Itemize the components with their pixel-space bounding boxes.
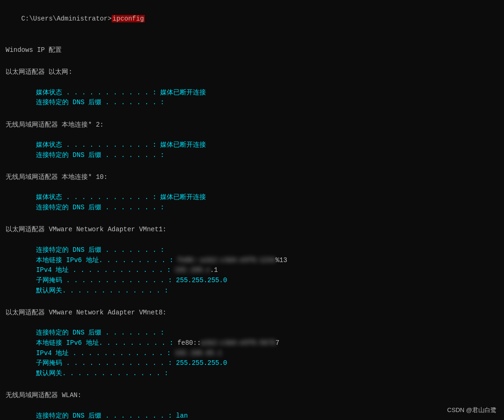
wlan-dns: 连接特定的 DNS 后缀 . . . . . . . . : lan bbox=[24, 411, 498, 420]
command-highlight: ipconfig bbox=[112, 15, 145, 22]
vmnet1-ipv6: 本地链接 IPv6 地址. . . . . . . . . : fe80::a1… bbox=[24, 256, 498, 266]
vmnet1-ipv4: IPv4 地址 . . . . . . . . . . . . : 192.16… bbox=[24, 265, 498, 276]
eth-dns: 连接特定的 DNS 后缀 . . . . . . . : bbox=[24, 98, 498, 108]
vmnet1-dns: 连接特定的 DNS 后缀 . . . . . . . : bbox=[24, 245, 498, 256]
prompt-text: C:\Users\Administrator> bbox=[21, 15, 112, 22]
vmnet8-gateway: 默认网关. . . . . . . . . . . . . : bbox=[24, 369, 498, 379]
watermark: CSDN @君山白鹭 bbox=[447, 406, 497, 414]
wlan10-media: 媒体状态 . . . . . . . . . . . : 媒体已断开连接 bbox=[24, 192, 498, 203]
eth-media: 媒体状态 . . . . . . . . . . . : 媒体已断开连接 bbox=[24, 88, 498, 98]
vmnet8-ipv6: 本地链接 IPv6 地址. . . . . . . . . : fe80::a1… bbox=[24, 338, 498, 349]
section-wlan10: 无线局域网适配器 本地连接* 10: bbox=[6, 172, 498, 183]
vmnet8-subnet: 子网掩码 . . . . . . . . . . . . . : 255.255… bbox=[24, 358, 498, 369]
section-vmnet8: 以太网适配器 VMware Network Adapter VMnet8: bbox=[6, 308, 498, 318]
section-wlan2: 无线局域网适配器 本地连接* 2: bbox=[6, 120, 498, 130]
vmnet8-ipv4: IPv4 地址 . . . . . . . . . . . . : 192.16… bbox=[24, 349, 498, 359]
prompt-line: C:\Users\Administrator>ipconfig bbox=[6, 4, 498, 34]
section-vmnet1: 以太网适配器 VMware Network Adapter VMnet1: bbox=[6, 225, 498, 235]
section-ethernet: 以太网适配器 以太网: bbox=[6, 67, 498, 78]
section-wlan: 无线局域网适配器 WLAN: bbox=[6, 391, 498, 401]
windows-ip-line: Windows IP 配置 bbox=[6, 45, 498, 56]
wlan10-dns: 连接特定的 DNS 后缀 . . . . . . . : bbox=[24, 203, 498, 213]
vmnet1-subnet: 子网掩码 . . . . . . . . . . . . . : 255.255… bbox=[24, 276, 498, 286]
vmnet1-gateway: 默认网关. . . . . . . . . . . . . : bbox=[24, 286, 498, 296]
terminal-window: C:\Users\Administrator>ipconfig Windows … bbox=[0, 0, 504, 420]
wlan2-media: 媒体状态 . . . . . . . . . . . : 媒体已断开连接 bbox=[24, 140, 498, 150]
vmnet8-dns: 连接特定的 DNS 后缀 . . . . . . . : bbox=[24, 328, 498, 338]
wlan2-dns: 连接特定的 DNS 后缀 . . . . . . . : bbox=[24, 150, 498, 161]
